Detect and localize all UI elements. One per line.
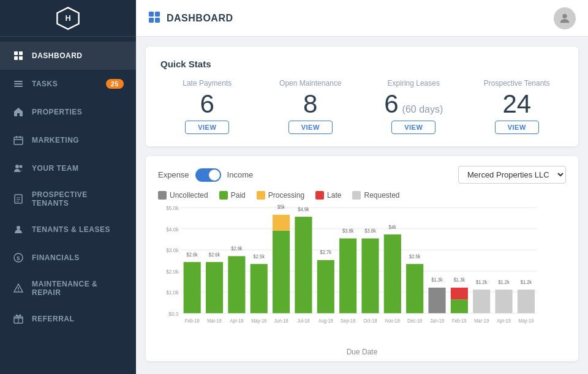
bar-paid bbox=[361, 238, 379, 313]
stat-item-0: Late Payments 6 VIEW bbox=[160, 79, 254, 134]
nav-label: TASKS bbox=[32, 80, 58, 88]
chart-header: Expense Income Merced Properties LLC bbox=[158, 166, 566, 184]
nav-badge: 25 bbox=[106, 79, 124, 89]
svg-point-22 bbox=[562, 13, 567, 18]
svg-text:$4.9k: $4.9k bbox=[298, 206, 309, 212]
stat-view-button[interactable]: VIEW bbox=[495, 121, 539, 134]
svg-text:H: H bbox=[65, 13, 70, 23]
sidebar-item-marketing[interactable]: MARKETING bbox=[0, 126, 136, 154]
sidebar-logo: H bbox=[0, 0, 136, 37]
svg-text:$2.0k: $2.0k bbox=[166, 268, 179, 275]
legend-color bbox=[257, 191, 265, 200]
legend-paid: Paid bbox=[219, 191, 246, 200]
svg-text:$1.3k: $1.3k bbox=[454, 277, 465, 283]
bar-paid bbox=[406, 264, 423, 313]
quick-stats-card: Quick Stats Late Payments 6 VIEW Open Ma… bbox=[146, 47, 578, 146]
sidebar-item-your-team[interactable]: YOUR TEAM bbox=[0, 154, 136, 182]
svg-text:$1.2k: $1.2k bbox=[521, 279, 532, 285]
svg-rect-21 bbox=[155, 18, 160, 23]
sidebar-item-maintenance[interactable]: MAINTENANCE & REPAIR bbox=[0, 272, 136, 305]
calendar-icon bbox=[12, 134, 24, 146]
svg-rect-4 bbox=[14, 56, 18, 60]
nav-label: PROSPECTIVE TENANTS bbox=[32, 190, 124, 208]
svg-text:$2.6k: $2.6k bbox=[209, 252, 220, 257]
bar-paid bbox=[184, 262, 201, 313]
user-avatar[interactable] bbox=[554, 7, 576, 29]
stat-value: 6 bbox=[384, 91, 398, 117]
stat-label: Late Payments bbox=[183, 79, 232, 88]
svg-text:Apr-19: Apr-19 bbox=[497, 318, 511, 324]
content-area: Quick Stats Late Payments 6 VIEW Open Ma… bbox=[136, 37, 588, 374]
main-content: DASHBOARD Quick Stats Late Payments 6 VI… bbox=[136, 0, 588, 374]
svg-point-11 bbox=[20, 165, 23, 168]
svg-text:May-19: May-19 bbox=[518, 318, 534, 324]
dashboard-icon bbox=[148, 11, 160, 26]
home-icon bbox=[12, 106, 24, 118]
legend-label: Paid bbox=[231, 191, 246, 200]
sidebar-item-dashboard[interactable]: DASHBOARD bbox=[0, 42, 136, 70]
person-icon bbox=[12, 223, 24, 236]
bar-late bbox=[451, 288, 468, 299]
bar-uncollected bbox=[428, 288, 445, 313]
bar-paid bbox=[317, 260, 334, 313]
bar-paid bbox=[295, 217, 312, 313]
svg-text:$0.0: $0.0 bbox=[168, 310, 178, 317]
property-dropdown[interactable]: Merced Properties LLC bbox=[458, 166, 566, 184]
svg-text:Jun-18: Jun-18 bbox=[274, 318, 288, 324]
svg-text:$1.2k: $1.2k bbox=[476, 279, 487, 285]
bar-requested bbox=[496, 290, 513, 313]
svg-text:May-18: May-18 bbox=[251, 318, 267, 324]
users-icon bbox=[12, 162, 24, 174]
svg-text:$1.3k: $1.3k bbox=[431, 277, 442, 283]
svg-rect-19 bbox=[155, 12, 160, 17]
nav-label: DASHBOARD bbox=[32, 51, 83, 60]
dollar-icon: $ bbox=[12, 252, 24, 264]
nav-label: PROPERTIES bbox=[32, 108, 82, 116]
svg-rect-6 bbox=[14, 81, 23, 82]
chart-legend: Uncollected Paid Processing Late Request… bbox=[158, 191, 566, 200]
bar-requested bbox=[518, 290, 535, 313]
bar-paid bbox=[339, 238, 356, 313]
svg-text:$2.5k: $2.5k bbox=[409, 254, 420, 260]
stat-view-button[interactable]: VIEW bbox=[288, 121, 333, 134]
svg-rect-8 bbox=[14, 86, 23, 87]
stat-item-1: Open Maintenance 8 VIEW bbox=[264, 79, 358, 134]
sidebar-item-referral[interactable]: REFERRAL bbox=[0, 305, 136, 333]
svg-text:Mar-18: Mar-18 bbox=[207, 318, 222, 324]
sidebar-item-properties[interactable]: PROPERTIES bbox=[0, 98, 136, 126]
grid-icon bbox=[12, 50, 24, 62]
nav-label: REFERRAL bbox=[32, 315, 74, 323]
stat-value: 6 bbox=[200, 91, 214, 117]
stat-value: 8 bbox=[303, 91, 317, 117]
sidebar-item-financials[interactable]: $ FINANCIALS bbox=[0, 244, 136, 272]
sidebar-item-prospective-tenants[interactable]: PROSPECTIVE TENANTS bbox=[0, 182, 136, 215]
stat-suffix: (60 days) bbox=[402, 104, 443, 115]
expense-income-toggle[interactable] bbox=[195, 168, 221, 182]
svg-rect-12 bbox=[15, 195, 22, 203]
stat-value-row: 8 bbox=[303, 91, 317, 117]
bar-paid bbox=[384, 234, 401, 313]
sidebar-item-tenants-leases[interactable]: TENANTS & LEASES bbox=[0, 215, 136, 244]
sidebar-item-tasks[interactable]: TASKS 25 bbox=[0, 70, 136, 98]
legend-processing: Processing bbox=[257, 191, 304, 200]
bar-paid bbox=[273, 231, 290, 313]
list-icon bbox=[12, 78, 24, 90]
svg-rect-20 bbox=[149, 18, 154, 23]
legend-color bbox=[219, 191, 228, 200]
nav-label: MARKETING bbox=[32, 136, 79, 144]
stat-view-button[interactable]: VIEW bbox=[185, 121, 229, 134]
legend-label: Requested bbox=[364, 191, 399, 200]
legend-color bbox=[158, 191, 167, 200]
toggle-expense-label: Expense bbox=[158, 170, 189, 179]
chart-x-label: Due Date bbox=[158, 348, 566, 356]
svg-point-10 bbox=[15, 165, 19, 168]
svg-text:Mar-19: Mar-19 bbox=[474, 318, 489, 324]
stat-view-button[interactable]: VIEW bbox=[391, 121, 435, 134]
svg-text:Apr-18: Apr-18 bbox=[230, 318, 244, 324]
svg-rect-18 bbox=[149, 12, 154, 17]
chart-area: $5.0k$4.0k$3.0k$2.0k$1.0k$0.0$2.6kFeb-18… bbox=[158, 204, 566, 345]
sidebar-navigation: DASHBOARD TASKS 25 PROPERTIES MARKETING … bbox=[0, 37, 136, 374]
stats-grid: Late Payments 6 VIEW Open Maintenance 8 … bbox=[160, 79, 564, 134]
svg-rect-7 bbox=[14, 83, 23, 84]
svg-text:Jan-19: Jan-19 bbox=[430, 318, 444, 324]
